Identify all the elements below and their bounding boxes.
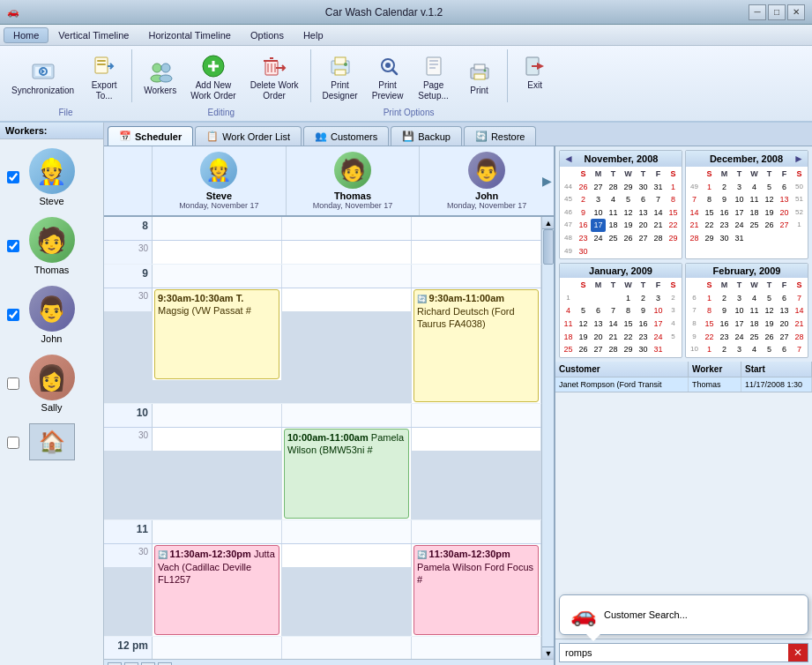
cal-cell-2-3[interactable]: 17	[732, 318, 747, 331]
november-prev-button[interactable]: ◄	[563, 153, 574, 165]
cal-cell-0-1[interactable]: 1	[702, 292, 717, 305]
cal-cell-4-3[interactable]: 30	[717, 232, 732, 245]
scroll-right-arrow[interactable]: ▶	[542, 174, 552, 188]
cal-cell-3-3[interactable]: 20	[591, 331, 606, 344]
cal-cell-3-7[interactable]: 22	[666, 219, 681, 232]
cal-cell-0-7[interactable]: 7	[792, 292, 807, 305]
john-appt-3[interactable]: 🔄 9:30am-11:00am Richard Deutsch (Ford T…	[412, 288, 541, 403]
cal-cell-0-0[interactable]: 44	[561, 181, 576, 194]
tab-backup[interactable]: 💾 Backup	[391, 126, 462, 146]
worker-checkbox-steve[interactable]	[7, 171, 19, 183]
cal-cell-2-2[interactable]: 10	[591, 206, 606, 220]
thomas-appt-block-5[interactable]: 10:00am-11:00am Pamela Wilson (BMW53ni #	[284, 429, 409, 519]
cal-cell-1-2[interactable]: 5	[576, 304, 591, 318]
cal-cell-1-0[interactable]: 50	[792, 181, 807, 194]
cal-cell-4-5[interactable]: 27	[636, 232, 651, 245]
cal-cell-2-5[interactable]: 13	[636, 206, 651, 220]
wo-row-1[interactable]: Janet Rompson (Ford Transit Thomas 11/17…	[555, 377, 812, 392]
schedule-scrollbar-v[interactable]: ▲ ▼	[541, 217, 554, 659]
cal-cell-4-0[interactable]: 48	[561, 232, 576, 245]
cal-cell-0-4[interactable]: 4	[747, 292, 762, 305]
cal-cell-2-6[interactable]: 14	[651, 206, 666, 220]
cal-cell-3-1[interactable]: 16	[576, 219, 591, 232]
cal-cell-3-5[interactable]: 22	[621, 331, 636, 344]
menu-help[interactable]: Help	[294, 27, 333, 43]
cal-cell-2-4[interactable]: 14	[606, 318, 621, 331]
cal-cell-0-4[interactable]: 29	[621, 181, 636, 194]
cal-cell-1-5[interactable]: 6	[636, 193, 651, 206]
worker-item-thomas[interactable]: 🧑 Thomas	[4, 212, 100, 280]
cal-cell-2-0[interactable]: 46	[561, 206, 576, 220]
cal-cell-2-1[interactable]: 11	[561, 318, 576, 331]
delete-work-order-button[interactable]: Delete WorkOrder	[244, 49, 305, 106]
cal-cell-4-1[interactable]: 28	[687, 232, 702, 245]
print-button[interactable]: Print	[458, 49, 502, 106]
cal-cell-4-7[interactable]	[777, 232, 792, 245]
cal-cell-4-0[interactable]: 1	[792, 219, 807, 232]
cal-cell-3-0[interactable]: 52	[792, 206, 807, 220]
cal-cell-4-6[interactable]	[762, 232, 777, 245]
cal-cell-3-1[interactable]: 22	[702, 331, 717, 344]
nav-first-button[interactable]: ⏮	[108, 662, 122, 666]
cal-cell-4-5[interactable]	[747, 232, 762, 245]
worker-item-sally[interactable]: 👩 Sally	[4, 349, 100, 418]
cal-cell-3-5[interactable]: 26	[762, 331, 777, 344]
cal-cell-4-2[interactable]: 26	[576, 343, 591, 356]
schedule-scroll-area[interactable]: 8309309:30am-10:30am T. Magsig (VW Passa…	[104, 217, 541, 659]
cal-cell-1-3[interactable]: 9	[717, 193, 732, 206]
cal-cell-4-7[interactable]: 29	[666, 232, 681, 245]
cal-cell-0-1[interactable]: 1	[702, 181, 717, 194]
cal-cell-4-1[interactable]: 25	[561, 343, 576, 356]
cal-cell-4-0[interactable]: 5	[666, 331, 681, 344]
cal-cell-1-1[interactable]: 2	[576, 193, 591, 206]
cal-cell-0-3[interactable]	[606, 292, 621, 305]
cal-cell-3-6[interactable]: 27	[777, 331, 792, 344]
add-work-order-button[interactable]: Add NewWork Order	[184, 49, 242, 106]
cal-cell-4-3[interactable]: 25	[606, 232, 621, 245]
print-designer-button[interactable]: PrintDesigner	[317, 49, 364, 106]
cal-cell-4-2[interactable]: 29	[702, 232, 717, 245]
cal-cell-0-0[interactable]: 6	[687, 292, 702, 305]
cal-cell-1-4[interactable]: 11	[747, 304, 762, 318]
cal-cell-2-1[interactable]: 15	[702, 318, 717, 331]
cal-cell-4-4[interactable]: 28	[606, 343, 621, 356]
cal-cell-2-6[interactable]: 20	[777, 318, 792, 331]
cal-cell-0-3[interactable]: 28	[606, 181, 621, 194]
cal-cell-1-2[interactable]: 8	[702, 193, 717, 206]
steve-appt-7[interactable]: 🔄 11:30am-12:30pm Jutta Vach (Cadillac D…	[153, 544, 282, 636]
cal-cell-2-0[interactable]: 3	[666, 304, 681, 318]
cal-cell-0-6[interactable]: 31	[651, 181, 666, 194]
zoom-add-button[interactable]: +	[141, 662, 155, 666]
cal-cell-3-3[interactable]: 23	[717, 219, 732, 232]
cal-cell-0-4[interactable]: 4	[747, 181, 762, 194]
cal-cell-0-1[interactable]	[576, 292, 591, 305]
steve-appt-3[interactable]: 9:30am-10:30am T. Magsig (VW Passat #	[153, 288, 282, 380]
cal-cell-4-2[interactable]: 2	[717, 343, 732, 356]
cal-cell-3-4[interactable]: 21	[606, 331, 621, 344]
search-clear-button[interactable]: ✕	[788, 644, 808, 661]
cal-cell-1-1[interactable]: 8	[702, 304, 717, 318]
cal-cell-2-7[interactable]: 15	[666, 206, 681, 220]
cal-cell-1-5[interactable]: 12	[762, 304, 777, 318]
cal-cell-0-2[interactable]	[591, 292, 606, 305]
export-button[interactable]: ExportTo...	[82, 49, 126, 106]
cal-cell-4-1[interactable]: 23	[576, 232, 591, 245]
cal-cell-2-7[interactable]: 21	[792, 318, 807, 331]
cal-cell-5-7[interactable]	[666, 245, 681, 258]
cal-cell-1-7[interactable]: 14	[792, 304, 807, 318]
cal-cell-0-5[interactable]: 5	[762, 181, 777, 194]
workers-button[interactable]: Workers	[138, 49, 183, 106]
cal-cell-4-3[interactable]: 3	[732, 343, 747, 356]
cal-cell-3-7[interactable]: 27	[777, 219, 792, 232]
cal-cell-3-2[interactable]: 23	[717, 331, 732, 344]
december-next-button[interactable]: ►	[793, 153, 804, 165]
cal-cell-1-6[interactable]: 9	[636, 304, 651, 318]
cal-cell-4-3[interactable]: 27	[591, 343, 606, 356]
cal-cell-3-1[interactable]: 21	[687, 219, 702, 232]
print-preview-button[interactable]: PrintPreview	[366, 49, 410, 106]
cal-cell-5-6[interactable]	[651, 245, 666, 258]
cal-cell-4-0[interactable]: 10	[687, 343, 702, 356]
maximize-button[interactable]: □	[768, 4, 786, 20]
cal-cell-4-1[interactable]: 1	[702, 343, 717, 356]
cal-cell-0-5[interactable]: 2	[636, 292, 651, 305]
